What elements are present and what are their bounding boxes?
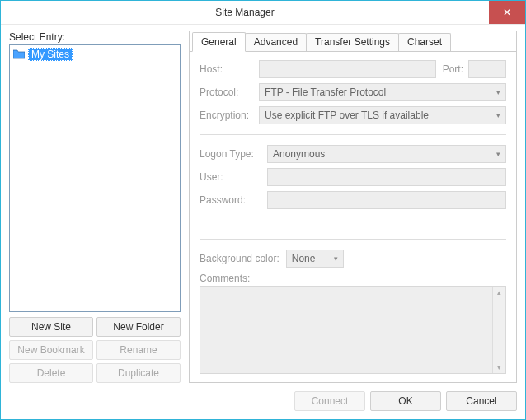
footer: Connect OK Cancel [9,383,517,411]
connect-button: Connect [294,391,365,411]
new-bookmark-button: New Bookmark [9,340,93,360]
titlebar: Site Manager ✕ [1,1,525,25]
bgcolor-label: Background color: [200,253,279,264]
logon-type-value: Anonymous [273,148,325,160]
ok-button[interactable]: OK [370,391,441,411]
separator [200,134,506,135]
encryption-value: Use explicit FTP over TLS if available [265,110,429,121]
close-button[interactable]: ✕ [489,1,525,24]
left-pane: Select Entry: My Sites New Site New Fold… [9,31,181,383]
protocol-label: Protocol: [200,86,254,98]
password-label: Password: [200,194,262,206]
tree-item-my-sites[interactable]: My Sites [12,47,178,62]
bgcolor-value: None [292,253,316,264]
site-manager-window: Site Manager ✕ Select Entry: My Sites [0,0,526,420]
tab-charset[interactable]: Charset [398,33,451,51]
bgcolor-row: Background color: None ▾ [200,250,506,268]
site-tree[interactable]: My Sites [9,44,181,312]
chevron-down-icon: ▾ [496,107,500,124]
new-site-button[interactable]: New Site [9,317,93,337]
separator [200,239,506,240]
tab-transfer-settings[interactable]: Transfer Settings [306,33,399,51]
cancel-button[interactable]: Cancel [446,391,517,411]
window-title: Site Manager [1,1,489,24]
tabs-container: General Advanced Transfer Settings Chars… [189,31,517,383]
comments-textarea[interactable]: ▴ ▾ [200,286,506,374]
protocol-value: FTP - File Transfer Protocol [265,86,386,98]
logon-type-select[interactable]: Anonymous ▾ [267,145,506,163]
password-input[interactable] [267,191,506,209]
host-input[interactable] [259,60,436,78]
comments-row: Comments: ▴ ▾ [200,273,506,374]
chevron-down-icon: ▾ [496,146,500,162]
duplicate-button: Duplicate [96,363,181,383]
rename-button: Rename [96,340,181,360]
password-row: Password: [200,191,506,209]
encryption-row: Encryption: Use explicit FTP over TLS if… [200,106,506,124]
encryption-select[interactable]: Use explicit FTP over TLS if available ▾ [259,106,506,124]
user-input[interactable] [267,168,506,186]
tree-item-label: My Sites [28,48,73,61]
right-pane: General Advanced Transfer Settings Chars… [189,31,517,383]
content-area: Select Entry: My Sites New Site New Fold… [1,25,525,419]
tab-general[interactable]: General [192,32,246,52]
tab-body-general: Host: Port: Protocol: FTP - File Transfe… [190,51,516,382]
encryption-label: Encryption: [200,110,254,121]
user-label: User: [200,171,262,183]
port-input[interactable] [468,60,506,78]
scroll-up-icon: ▴ [497,288,501,296]
scroll-down-icon: ▾ [497,363,501,371]
comments-label: Comments: [200,273,506,284]
chevron-down-icon: ▾ [334,250,338,267]
select-entry-label: Select Entry: [9,31,181,43]
port-label: Port: [443,63,463,75]
main-row: Select Entry: My Sites New Site New Fold… [9,31,517,383]
tabs-header: General Advanced Transfer Settings Chars… [190,31,516,51]
close-icon: ✕ [503,7,511,18]
tab-advanced[interactable]: Advanced [245,33,307,51]
chevron-down-icon: ▾ [496,84,500,100]
logon-type-label: Logon Type: [200,148,262,160]
delete-button: Delete [9,363,93,383]
scrollbar[interactable]: ▴ ▾ [492,287,505,373]
protocol-select[interactable]: FTP - File Transfer Protocol ▾ [259,83,506,101]
new-folder-button[interactable]: New Folder [96,317,181,337]
host-label: Host: [200,63,254,75]
host-row: Host: Port: [200,60,506,78]
left-button-grid: New Site New Folder New Bookmark Rename … [9,317,181,383]
protocol-row: Protocol: FTP - File Transfer Protocol ▾ [200,83,506,101]
folder-icon [13,49,25,59]
logon-type-row: Logon Type: Anonymous ▾ [200,145,506,163]
bgcolor-select[interactable]: None ▾ [286,250,344,268]
user-row: User: [200,168,506,186]
